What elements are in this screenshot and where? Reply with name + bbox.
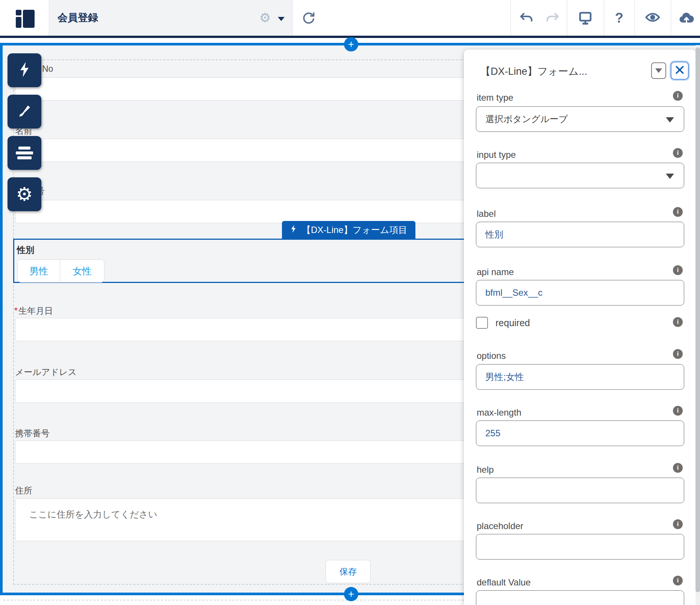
- prop-checkbox-required[interactable]: [476, 317, 488, 329]
- gender-button-group: 男性 女性: [17, 259, 105, 283]
- redo-icon[interactable]: [543, 0, 562, 36]
- field-label-birthdate: *生年月日: [14, 305, 53, 317]
- prop-input-placeholder[interactable]: [476, 534, 684, 560]
- top-toolbar: 会員登録 ⚙: [0, 0, 700, 38]
- prop-label-input-type: input type: [477, 150, 516, 160]
- prop-select-input-type[interactable]: [476, 163, 684, 188]
- field-label-email: メールアドレス: [15, 366, 77, 378]
- close-icon: [675, 65, 685, 76]
- eye-icon[interactable]: [643, 0, 662, 36]
- panel-collapse-button[interactable]: [651, 62, 666, 79]
- panel-scrollbar[interactable]: [695, 45, 700, 605]
- prop-label-help: help: [477, 464, 494, 475]
- property-panel-title: 【DX-Line】フォーム...: [480, 65, 642, 78]
- monitor-icon[interactable]: [576, 0, 595, 36]
- info-icon[interactable]: i: [673, 91, 683, 101]
- info-icon[interactable]: i: [673, 349, 683, 359]
- field-label-no: No: [42, 64, 53, 74]
- list-icon: [16, 145, 33, 161]
- gender-option-female[interactable]: 女性: [60, 260, 104, 282]
- page-title: 会員登録: [58, 0, 98, 36]
- prop-label-api-name: api name: [477, 267, 514, 277]
- gear-icon: ⚙: [16, 185, 33, 204]
- selected-component-tag[interactable]: 【DX-Line】フォーム項目: [282, 221, 415, 239]
- scrollbar-thumb[interactable]: [695, 47, 700, 592]
- prop-select-item-type[interactable]: 選択ボタングループ: [476, 106, 684, 132]
- prop-input-api-name-value: bfml__Sex__c: [485, 287, 542, 298]
- add-section-bottom-button[interactable]: +: [344, 587, 358, 601]
- prop-input-options[interactable]: 男性;女性: [476, 364, 684, 390]
- info-icon[interactable]: i: [673, 207, 683, 217]
- prop-label-required: required: [495, 318, 530, 328]
- prop-label-options: options: [477, 351, 506, 361]
- address-placeholder-text: ここに住所を入力してください: [29, 509, 158, 519]
- info-icon[interactable]: i: [673, 406, 683, 416]
- prop-input-api-name[interactable]: bfml__Sex__c: [476, 280, 684, 306]
- add-section-top-button[interactable]: +: [344, 37, 358, 51]
- info-icon[interactable]: i: [673, 576, 683, 585]
- prop-select-item-type-value: 選択ボタングループ: [485, 113, 568, 125]
- chevron-down-icon[interactable]: [278, 17, 285, 21]
- chevron-down-icon: [666, 117, 674, 123]
- prop-label-default-value: deflault Value: [477, 577, 531, 588]
- prop-input-label[interactable]: 性別: [476, 222, 684, 247]
- panel-close-button[interactable]: [671, 62, 689, 80]
- prop-label-placeholder: placeholder: [477, 521, 523, 531]
- prop-label-label: label: [477, 209, 496, 219]
- prop-label-item-type: item type: [477, 92, 513, 103]
- prop-input-options-value: 男性;女性: [485, 371, 524, 383]
- prop-label-max-length: max-length: [477, 407, 521, 418]
- prop-input-max-length-value: 255: [485, 428, 500, 439]
- prop-input-help[interactable]: [476, 478, 684, 503]
- brush-icon: [17, 103, 32, 120]
- field-label-address: 住所: [15, 485, 32, 496]
- info-icon[interactable]: i: [673, 148, 683, 158]
- selected-component-tag-label: 【DX-Line】フォーム項目: [302, 224, 407, 236]
- lightning-icon: [290, 224, 297, 236]
- rail-settings-button[interactable]: ⚙: [8, 177, 41, 211]
- form-builder-app: 会員登録 ⚙: [0, 0, 700, 605]
- prop-input-label-value: 性別: [485, 228, 503, 240]
- gear-icon[interactable]: ⚙: [257, 0, 273, 36]
- required-asterisk: *: [14, 306, 18, 316]
- chevron-down-icon: [655, 68, 662, 73]
- page-title-section: 会員登録 ⚙: [49, 0, 292, 36]
- prop-input-max-length[interactable]: 255: [476, 420, 684, 446]
- rail-structure-button[interactable]: [8, 136, 41, 170]
- gender-option-male[interactable]: 男性: [18, 260, 60, 282]
- rail-theme-button[interactable]: [8, 95, 41, 129]
- field-label-gender: 性別: [17, 244, 34, 256]
- help-icon[interactable]: ?: [610, 0, 629, 36]
- prop-input-default-value[interactable]: [476, 590, 684, 605]
- info-icon[interactable]: i: [673, 265, 683, 275]
- chevron-down-icon: [666, 174, 674, 179]
- property-panel: 【DX-Line】フォーム... item type i 選択ボタングループ i…: [464, 50, 696, 605]
- rail-components-button[interactable]: [8, 53, 41, 87]
- cloud-upload-icon[interactable]: [676, 0, 697, 36]
- field-label-mobile: 携帯番号: [15, 428, 50, 439]
- save-button[interactable]: 保存: [326, 560, 371, 583]
- lightning-icon: [18, 61, 31, 79]
- info-icon[interactable]: i: [673, 463, 683, 473]
- info-icon[interactable]: i: [673, 519, 683, 529]
- undo-icon[interactable]: [517, 0, 536, 36]
- info-icon[interactable]: i: [673, 317, 683, 327]
- builder-logo-icon[interactable]: [16, 10, 35, 28]
- refresh-icon[interactable]: [299, 0, 318, 36]
